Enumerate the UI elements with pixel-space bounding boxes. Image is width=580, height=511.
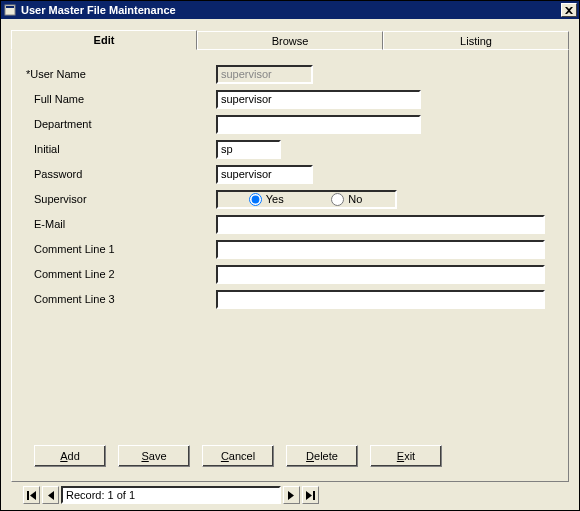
tab-panel: *User Name Full Name Department Initial	[11, 49, 569, 482]
nav-prev-button[interactable]	[42, 486, 59, 504]
app-icon	[3, 3, 17, 17]
tab-edit-label: Edit	[94, 34, 115, 46]
add-button[interactable]: Add	[34, 445, 106, 467]
svg-rect-1	[6, 6, 14, 8]
label-full-name: Full Name	[26, 93, 216, 105]
nav-first-button[interactable]	[23, 486, 40, 504]
tab-listing-label: Listing	[460, 35, 492, 47]
full-name-field[interactable]	[216, 90, 421, 109]
nav-next-button[interactable]	[283, 486, 300, 504]
password-field[interactable]	[216, 165, 313, 184]
window: User Master File Maintenance Edit Browse…	[0, 0, 580, 511]
prev-icon	[47, 491, 54, 500]
label-user-name: *User Name	[26, 68, 216, 80]
nav-last-button[interactable]	[302, 486, 319, 504]
next-icon	[288, 491, 295, 500]
svg-marker-3	[30, 491, 36, 500]
exit-button[interactable]: Exit	[370, 445, 442, 467]
comment2-field[interactable]	[216, 265, 545, 284]
label-supervisor: Supervisor	[26, 193, 216, 205]
cancel-button[interactable]: Cancel	[202, 445, 274, 467]
svg-marker-4	[48, 491, 54, 500]
supervisor-no-radio[interactable]	[331, 193, 344, 206]
record-indicator[interactable]: Record: 1 of 1	[61, 486, 281, 504]
label-comment3: Comment Line 3	[26, 293, 216, 305]
supervisor-yes-label: Yes	[266, 193, 284, 205]
close-icon	[565, 7, 573, 14]
supervisor-yes[interactable]: Yes	[226, 193, 307, 206]
button-row: Add Save Cancel Delete Exit	[26, 441, 556, 473]
supervisor-no-label: No	[348, 193, 362, 205]
supervisor-yes-radio[interactable]	[249, 193, 262, 206]
tab-strip: Edit Browse Listing	[11, 29, 569, 49]
close-button[interactable]	[561, 3, 577, 17]
client-area: Edit Browse Listing *User Name Full Name…	[1, 19, 579, 510]
department-field[interactable]	[216, 115, 421, 134]
label-password: Password	[26, 168, 216, 180]
label-department: Department	[26, 118, 216, 130]
record-navigator: Record: 1 of 1	[11, 482, 569, 504]
tab-edit[interactable]: Edit	[11, 30, 197, 50]
tab-listing[interactable]: Listing	[383, 31, 569, 50]
supervisor-radio-group: Yes No	[216, 190, 397, 209]
tab-browse-label: Browse	[272, 35, 309, 47]
supervisor-no[interactable]: No	[307, 193, 388, 206]
tab-browse[interactable]: Browse	[197, 31, 383, 50]
label-comment2: Comment Line 2	[26, 268, 216, 280]
svg-rect-2	[27, 491, 29, 500]
delete-button[interactable]: Delete	[286, 445, 358, 467]
comment1-field[interactable]	[216, 240, 545, 259]
email-field[interactable]	[216, 215, 545, 234]
svg-marker-5	[288, 491, 294, 500]
titlebar: User Master File Maintenance	[1, 1, 579, 19]
initial-field[interactable]	[216, 140, 281, 159]
first-icon	[27, 491, 36, 500]
svg-marker-6	[306, 491, 312, 500]
window-title: User Master File Maintenance	[21, 4, 561, 16]
comment3-field[interactable]	[216, 290, 545, 309]
label-initial: Initial	[26, 143, 216, 155]
last-icon	[306, 491, 315, 500]
label-email: E-Mail	[26, 218, 216, 230]
save-button[interactable]: Save	[118, 445, 190, 467]
form: *User Name Full Name Department Initial	[26, 64, 556, 441]
label-comment1: Comment Line 1	[26, 243, 216, 255]
svg-rect-7	[313, 491, 315, 500]
user-name-field	[216, 65, 313, 84]
